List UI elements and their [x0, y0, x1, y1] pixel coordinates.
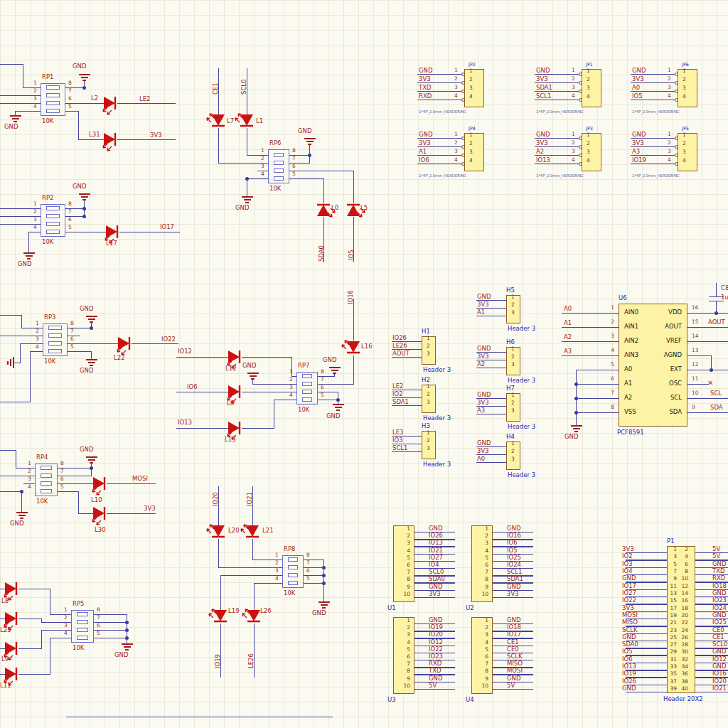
- header-JP4[interactable]: [464, 133, 484, 171]
- net-label-LE26: LE26: [248, 653, 255, 668]
- comment-label: Header 3: [423, 415, 451, 422]
- pin-number: 4: [33, 225, 37, 230]
- led-L22[interactable]: [111, 330, 138, 357]
- net-label-3V3: 3V3: [477, 448, 489, 454]
- led-designator: L6: [227, 400, 234, 407]
- wire: [631, 164, 675, 164]
- net-label-GND: GND: [632, 68, 646, 74]
- gnd-symbol: [10, 359, 11, 366]
- pin-number: 10: [396, 683, 410, 689]
- led-L2[interactable]: [97, 90, 124, 117]
- net-label-SDA0: SDA0: [622, 641, 638, 648]
- gnd-symbol: [88, 362, 95, 363]
- pin-number: 10: [396, 592, 410, 597]
- net-label-IO6: IO6: [419, 157, 429, 164]
- wire: [23, 87, 41, 88]
- net-label-SDA1: SDA1: [536, 85, 552, 91]
- net-label-IO21: IO21: [712, 685, 727, 692]
- wire: [30, 351, 43, 352]
- pin-number: 8: [474, 577, 488, 582]
- pin-number: 1: [668, 132, 671, 137]
- pin-number: 7: [396, 661, 410, 667]
- net-label-3V3: 3V3: [429, 591, 441, 597]
- led-L31[interactable]: [97, 126, 124, 153]
- pin-number: 35: [668, 671, 677, 677]
- pin-number: 28: [680, 642, 688, 648]
- net-label-TXD: TXD: [419, 85, 432, 91]
- pin-number: 5: [292, 171, 296, 177]
- pin-number: 4: [682, 94, 686, 100]
- gnd-symbol: [16, 512, 28, 513]
- gnd-symbol: [12, 118, 19, 119]
- resistor-element: [274, 176, 284, 181]
- pin-number: 7: [474, 569, 488, 575]
- designator: RP5: [73, 601, 84, 607]
- gnd-symbol: [247, 373, 259, 374]
- pin-circle: [675, 162, 678, 166]
- gnd-stem: [309, 144, 310, 156]
- junction-dot: [336, 398, 340, 402]
- wire: [16, 450, 16, 469]
- net-label-5V: 5V: [507, 682, 515, 689]
- gnd-symbol: [26, 255, 33, 257]
- pin-number: 1: [511, 346, 515, 352]
- wire: [274, 400, 274, 429]
- led-designator: L12: [225, 365, 237, 372]
- resistor-element: [46, 85, 60, 90]
- gnd-label: GND: [73, 183, 87, 190]
- pin-number: 1: [427, 336, 430, 341]
- wire: [695, 692, 728, 692]
- header-JP5[interactable]: [678, 133, 697, 171]
- pin-number: 5: [321, 392, 324, 398]
- junction-dot: [574, 411, 578, 414]
- pin-number: 3: [511, 456, 515, 462]
- value-label: 10K: [298, 407, 309, 413]
- wire: [493, 597, 533, 598]
- header-JP1[interactable]: [582, 69, 601, 107]
- net-label-SCL1: SCL1: [392, 445, 407, 451]
- header-JP6[interactable]: [678, 69, 697, 107]
- led-L30[interactable]: [86, 500, 113, 527]
- net-label-CE0: CE0: [507, 646, 519, 653]
- pin-number: 33: [668, 664, 677, 670]
- designator: U6: [619, 295, 627, 301]
- pin-number: 4: [396, 548, 410, 554]
- net-label-A3: A3: [632, 149, 640, 155]
- junction-dot: [322, 582, 326, 585]
- wire: [392, 451, 422, 452]
- wire: [68, 351, 92, 352]
- net-label-LE2: LE2: [392, 383, 404, 390]
- pin-number: 6: [60, 476, 64, 482]
- resistor-element: [46, 230, 60, 234]
- gnd-symbol: [245, 202, 249, 203]
- pin-number: 4: [682, 158, 686, 164]
- gnd-symbol: [244, 199, 251, 200]
- wire: [15, 111, 41, 112]
- pin-number: 2: [33, 88, 37, 94]
- net-label-A1: A1: [477, 309, 485, 316]
- header-JP3[interactable]: [582, 133, 601, 171]
- junction-dot: [710, 368, 713, 372]
- pin-number: 36: [680, 671, 688, 677]
- net-label-3V3: 3V3: [632, 76, 644, 82]
- pin-number: 1: [33, 80, 37, 86]
- net-label-GND: GND: [712, 561, 727, 567]
- pin-number: 2: [454, 76, 458, 82]
- led-L10[interactable]: [86, 470, 113, 497]
- header-JP2[interactable]: [464, 69, 484, 107]
- net-label-GND: GND: [507, 675, 521, 682]
- net-label-A0: A0: [564, 306, 572, 312]
- pin-number: 1: [454, 68, 458, 73]
- pin-number: 3: [587, 149, 590, 155]
- gnd-symbol: [90, 365, 93, 366]
- pin-number: 9: [474, 584, 488, 590]
- resistor-element: [302, 390, 312, 394]
- net-label-A2: A2: [477, 361, 485, 368]
- net-label-3V3: 3V3: [622, 605, 634, 611]
- ic-pin-name-SDA: SDA: [653, 409, 682, 415]
- pin-number: 8: [396, 577, 410, 582]
- gnd-symbol: [250, 375, 257, 377]
- pin-number: 8: [396, 668, 410, 674]
- led-L6[interactable]: [221, 378, 248, 405]
- pin-number: 3: [275, 568, 279, 574]
